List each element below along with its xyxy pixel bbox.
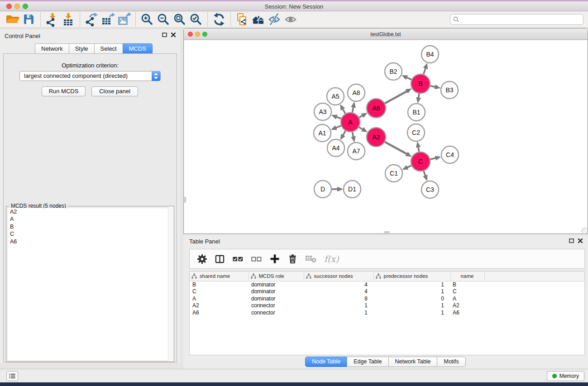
graph-edge-B-B1[interactable] bbox=[418, 94, 419, 99]
mcds-result-item[interactable]: A bbox=[8, 215, 172, 223]
hide-selection-eye-slash-icon[interactable] bbox=[267, 12, 283, 27]
table-cell[interactable]: dominator bbox=[249, 288, 304, 295]
criterion-dropdown[interactable]: largest connected component (directed) bbox=[19, 71, 161, 81]
graph-edge-C-C3[interactable] bbox=[424, 171, 425, 176]
graph-node-A8[interactable]: A8 bbox=[348, 84, 365, 101]
tab-node-table[interactable]: Node Table bbox=[305, 357, 347, 367]
column-header-successor-nodes[interactable]: successor nodes bbox=[304, 272, 373, 281]
mcds-result-item[interactable]: B bbox=[8, 223, 172, 230]
graph-edge-C-C4[interactable] bbox=[430, 158, 436, 159]
table-cell[interactable]: dominator bbox=[249, 281, 304, 288]
show-selection-eye-icon[interactable] bbox=[283, 12, 299, 27]
export-table-icon[interactable] bbox=[100, 12, 116, 27]
refresh-view-icon[interactable] bbox=[211, 12, 227, 27]
tab-network[interactable]: Network bbox=[35, 43, 69, 54]
zoom-fit-icon[interactable] bbox=[172, 12, 188, 27]
graph-edge-B-B4[interactable] bbox=[424, 67, 426, 74]
column-header-predecessor-nodes[interactable]: predecessor nodes bbox=[373, 272, 450, 281]
graph-edge-A-A1[interactable] bbox=[335, 126, 341, 128]
search-input[interactable] bbox=[450, 14, 583, 25]
export-image-icon[interactable] bbox=[116, 12, 132, 27]
table-cell[interactable]: A2 bbox=[450, 302, 484, 310]
run-mcds-button[interactable]: Run MCDS bbox=[42, 86, 86, 96]
graph-node-B4[interactable]: B4 bbox=[421, 46, 439, 63]
graph-node-A4[interactable]: A4 bbox=[327, 139, 344, 157]
table-cell[interactable]: A bbox=[190, 295, 249, 303]
table-row[interactable]: Cdominator41C bbox=[190, 288, 584, 295]
table-cell[interactable]: connector bbox=[249, 310, 304, 317]
mcds-list-scrollbar[interactable] bbox=[168, 206, 174, 362]
duplicate-network-icon[interactable] bbox=[234, 12, 250, 27]
split-columns-icon[interactable] bbox=[215, 254, 225, 264]
table-cell[interactable]: A bbox=[450, 295, 484, 303]
delete-table-icon[interactable] bbox=[305, 254, 317, 264]
table-cell[interactable]: 1 bbox=[304, 310, 373, 317]
graph-node-B3[interactable]: B3 bbox=[441, 81, 458, 99]
graph-node-A5[interactable]: A5 bbox=[327, 88, 344, 105]
graph-edge-A6-B[interactable] bbox=[385, 91, 407, 103]
graph-edge-A-A2[interactable] bbox=[359, 127, 363, 129]
graph-node-D[interactable]: D bbox=[314, 181, 331, 198]
graph-node-B1[interactable]: B1 bbox=[408, 104, 425, 121]
column-header-shared-name[interactable]: shared name bbox=[190, 272, 249, 281]
graph-edge-C-C1[interactable] bbox=[406, 166, 411, 168]
zoom-out-icon[interactable] bbox=[155, 12, 172, 27]
graph-edge-A-A3[interactable] bbox=[336, 117, 341, 119]
settings-gear-icon[interactable] bbox=[197, 254, 207, 264]
horizontal-scroll-hint[interactable] bbox=[384, 231, 390, 233]
table-cell[interactable]: 1 bbox=[304, 302, 373, 310]
graph-node-C3[interactable]: C3 bbox=[421, 181, 439, 198]
table-cell[interactable]: C bbox=[190, 288, 249, 295]
zoom-selected-icon[interactable] bbox=[188, 12, 204, 27]
graph-edge-A-A4[interactable] bbox=[343, 131, 345, 136]
graph-edge-A-A5[interactable] bbox=[343, 109, 345, 114]
resize-grip[interactable] bbox=[581, 227, 587, 233]
graph-edge-A-A7[interactable] bbox=[352, 132, 353, 138]
table-cell[interactable]: A6 bbox=[190, 310, 249, 317]
tab-select[interactable]: Select bbox=[94, 43, 123, 54]
graph-node-B[interactable]: B bbox=[411, 74, 430, 93]
table-cell[interactable]: A2 bbox=[190, 302, 249, 310]
table-cell[interactable]: C bbox=[450, 288, 484, 295]
add-column-icon[interactable] bbox=[269, 253, 280, 264]
float-panel-icon[interactable] bbox=[162, 33, 167, 37]
graph-node-A6[interactable]: A6 bbox=[367, 99, 386, 118]
table-cell[interactable]: B bbox=[190, 281, 249, 288]
task-history-button[interactable] bbox=[6, 371, 18, 381]
mcds-result-item[interactable]: A2 bbox=[8, 208, 172, 215]
deselect-all-checkboxes-icon[interactable] bbox=[251, 254, 262, 264]
import-table-icon[interactable] bbox=[60, 12, 76, 27]
delete-column-trash-icon[interactable] bbox=[287, 253, 298, 264]
close-panel-icon[interactable] bbox=[171, 33, 176, 37]
graph-edge-B-B3[interactable] bbox=[430, 86, 435, 87]
import-network-icon[interactable] bbox=[44, 12, 60, 27]
graph-node-A2[interactable]: A2 bbox=[367, 128, 386, 147]
column-header-MCDS-role[interactable]: MCDS role bbox=[249, 272, 304, 281]
tab-network-table[interactable]: Network Table bbox=[388, 357, 438, 367]
save-session-icon[interactable] bbox=[21, 12, 37, 27]
close-panel-button[interactable]: Close panel bbox=[91, 86, 138, 96]
graph-edge-B-B2[interactable] bbox=[406, 77, 411, 80]
table-cell[interactable]: 1 bbox=[373, 281, 450, 288]
table-cell[interactable]: 4 bbox=[304, 288, 373, 295]
graph-node-C[interactable]: C bbox=[411, 152, 430, 171]
graph-edge-A-A6[interactable] bbox=[359, 115, 363, 118]
table-cell[interactable]: 1 bbox=[373, 288, 450, 295]
network-graph[interactable]: B4B2BB3A5A8A6B1A3AC2A1A2A4A7C4CC1C3DD1 bbox=[184, 40, 588, 234]
graph-node-C4[interactable]: C4 bbox=[441, 146, 459, 163]
graph-node-A1[interactable]: A1 bbox=[314, 124, 331, 142]
tab-motifs[interactable]: Motifs bbox=[437, 357, 465, 367]
graph-node-C2[interactable]: C2 bbox=[407, 124, 425, 141]
graph-node-A3[interactable]: A3 bbox=[314, 103, 331, 120]
graph-edge-A-A8[interactable] bbox=[352, 106, 354, 112]
tab-edge-table[interactable]: Edge Table bbox=[347, 357, 388, 367]
table-row[interactable]: A2connector11A2 bbox=[190, 302, 584, 310]
table-cell[interactable]: dominator bbox=[249, 295, 304, 303]
memory-button[interactable]: Memory bbox=[547, 371, 584, 381]
table-row[interactable]: A6connector11A6 bbox=[190, 310, 584, 317]
graph-node-D1[interactable]: D1 bbox=[344, 181, 361, 198]
tab-style[interactable]: Style bbox=[69, 43, 95, 54]
column-header-name[interactable]: name bbox=[450, 272, 484, 281]
export-network-icon[interactable] bbox=[83, 12, 100, 27]
select-all-checkboxes-icon[interactable] bbox=[232, 254, 244, 264]
